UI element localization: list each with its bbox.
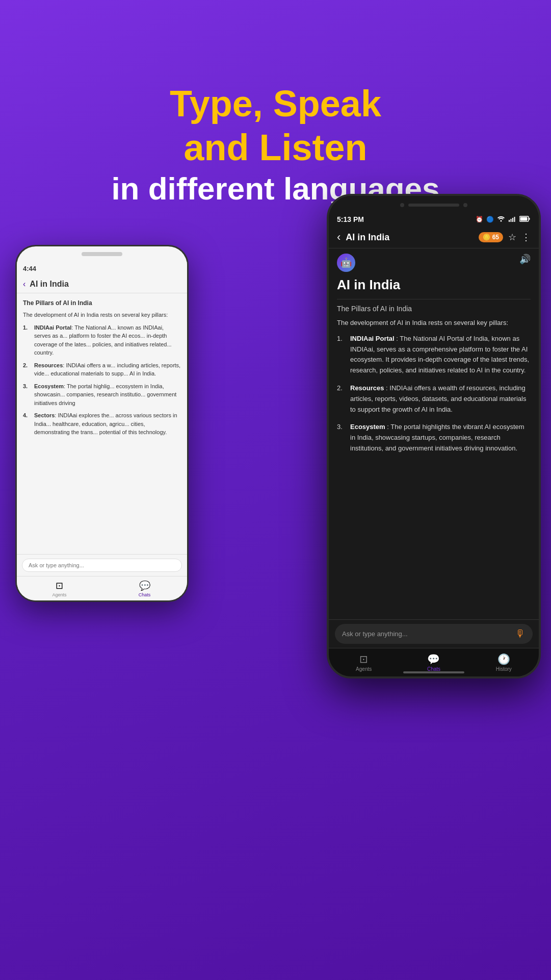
hero-line1: Type, Speak [0, 82, 551, 125]
fg-numbered-list: 1. INDIAai Portal : The National AI Port… [337, 334, 531, 454]
bg-chats-icon: 💬 [139, 580, 150, 591]
fg-list-content-3: Ecosystem : The portal highlights the vi… [350, 422, 531, 454]
fg-list-content-1: INDIAai Portal : The National AI Portal … [350, 334, 531, 376]
fg-chats-icon: 💬 [427, 653, 440, 665]
bg-chat-input[interactable] [22, 559, 182, 572]
hero-section: Type, Speak and Listen in different lang… [0, 0, 551, 208]
svg-rect-1 [509, 220, 510, 222]
fg-nav-history[interactable]: 🕐 History [469, 653, 539, 672]
fg-history-label: History [496, 666, 512, 672]
fg-signal-icon [508, 216, 516, 223]
bg-phone-screen: 4:44 ‹ AI in India The Pillars of AI in … [17, 262, 187, 600]
bg-list-text-3: Ecosystem: The portal highlig... ecosyst… [34, 382, 181, 408]
phone-background: 4:44 ‹ AI in India The Pillars of AI in … [15, 245, 189, 602]
fg-battery-icon [519, 216, 531, 223]
bg-list-num-1: 1. [23, 323, 31, 357]
bg-bold-3: Ecosystem [34, 383, 64, 389]
bg-list-num-3: 3. [23, 382, 31, 408]
svg-rect-2 [511, 219, 512, 222]
svg-rect-6 [529, 218, 530, 220]
bg-bold-1: INDIAai Portal [34, 324, 71, 331]
fg-back-arrow[interactable]: ‹ [337, 231, 340, 244]
bg-chat-body: The Pillars of AI in India The developme… [17, 293, 187, 446]
bg-app-header: ‹ AI in India [17, 275, 187, 293]
fg-wifi-icon [497, 216, 505, 223]
fg-sound-icon[interactable]: 🔊 [519, 254, 531, 265]
bg-bold-4: Sectors [34, 412, 55, 418]
bg-phone-notch [17, 246, 187, 262]
hero-line2: and Listen [0, 125, 551, 169]
fg-section-divider [337, 299, 531, 299]
fg-ai-bubble-row: 🤖 🔊 [329, 248, 539, 277]
bg-list-item-2: 2. Resources: INDIAai offers a w... incl… [23, 361, 181, 378]
bg-agents-icon: ⊡ [56, 580, 63, 591]
bg-chat-title: The Pillars of AI in India [23, 298, 181, 308]
phones-container: 4:44 ‹ AI in India The Pillars of AI in … [0, 194, 551, 980]
hero-title: Type, Speak and Listen in different lang… [0, 41, 551, 208]
bg-chats-label: Chats [139, 592, 151, 597]
fg-input-wrap[interactable]: Ask or type anything... 🎙 [335, 624, 533, 644]
fg-phone-notch [329, 196, 539, 214]
bg-header-title: AI in India [30, 280, 68, 289]
bg-intro-text: The development of AI in India rests on … [23, 311, 181, 319]
fg-header-actions: 🪙 65 ☆ ⋮ [479, 232, 531, 243]
fg-notch-dot2 [463, 203, 467, 207]
fg-more-icon[interactable]: ⋮ [521, 232, 531, 243]
fg-coin-badge: 🪙 65 [479, 232, 503, 242]
fg-mic-icon[interactable]: 🎙 [515, 628, 526, 640]
fg-notch-bar [408, 204, 459, 207]
fg-input-bar[interactable]: Ask or type anything... 🎙 [329, 619, 539, 648]
svg-rect-3 [512, 218, 513, 222]
fg-coin-count: 65 [492, 234, 499, 241]
fg-list-item-3: 3. Ecosystem : The portal highlights the… [337, 422, 531, 454]
fg-list-num-3: 3. [337, 422, 346, 454]
bg-list-text-1: INDIAai Portal: The National A... known … [34, 323, 181, 357]
fg-input-placeholder: Ask or type anything... [342, 630, 511, 638]
fg-agents-icon: ⊡ [359, 653, 368, 665]
bg-time: 4:44 [23, 265, 36, 272]
bg-back-arrow[interactable]: ‹ [23, 280, 25, 289]
fg-header-title: AI in India [346, 232, 473, 243]
fg-notch-dot1 [400, 203, 404, 207]
bg-nav-chats[interactable]: 💬 Chats [102, 580, 187, 597]
fg-ai-avatar: 🤖 [337, 254, 355, 272]
fg-intro-text: The development of AI in India rests on … [337, 318, 531, 329]
bg-status-bar: 4:44 [17, 262, 187, 275]
bg-list-item-3: 3. Ecosystem: The portal highlig... ecos… [23, 382, 181, 408]
svg-rect-7 [520, 217, 528, 220]
bg-input-bar[interactable] [17, 554, 187, 576]
bg-list-num-4: 4. [23, 411, 31, 437]
bg-list-num-2: 2. [23, 361, 31, 378]
phone-foreground: 5:13 PM ⏰ 🔵 [327, 194, 541, 679]
bg-nav-agents[interactable]: ⊡ Agents [17, 580, 102, 597]
fg-list-item-2: 2. Resources : INDIAai offers a wealth o… [337, 383, 531, 415]
fg-star-icon[interactable]: ☆ [508, 232, 516, 243]
bg-bottom-nav: ⊡ Agents 💬 Chats [17, 576, 187, 600]
bg-bold-2: Resources [34, 362, 63, 368]
fg-coin-emoji: 🪙 [483, 234, 490, 241]
fg-nav-chats[interactable]: 💬 Chats [399, 653, 468, 672]
bg-list-item-4: 4. Sectors: INDIAai explores the... acro… [23, 411, 181, 437]
fg-list-content-2: Resources : INDIAai offers a wealth of r… [350, 383, 531, 415]
fg-status-icons: ⏰ 🔵 [476, 216, 531, 223]
fg-history-icon: 🕐 [497, 653, 510, 665]
fg-chat-main-title: AI in India [337, 277, 531, 293]
bg-list-text-2: Resources: INDIAai offers a w... includi… [34, 361, 181, 378]
fg-chat-body: AI in India The Pillars of AI in India T… [329, 277, 539, 466]
fg-bluetooth-icon: 🔵 [486, 216, 494, 223]
fg-time: 5:13 PM [337, 215, 364, 223]
bg-phone-notch-camera [82, 252, 122, 256]
fg-list-num-1: 1. [337, 334, 346, 376]
bg-agents-label: Agents [52, 592, 66, 597]
fg-nav-agents[interactable]: ⊡ Agents [329, 653, 399, 672]
fg-alarm-icon: ⏰ [476, 216, 483, 223]
fg-app-header: ‹ AI in India 🪙 65 ☆ ⋮ [329, 227, 539, 248]
fg-home-indicator [403, 671, 464, 673]
svg-rect-4 [514, 217, 515, 222]
fg-list-item-1: 1. INDIAai Portal : The National AI Port… [337, 334, 531, 376]
fg-section-heading: The Pillars of AI in India [337, 305, 531, 313]
svg-point-0 [501, 220, 502, 221]
fg-status-bar: 5:13 PM ⏰ 🔵 [329, 214, 539, 227]
fg-bold-1: INDIAai Portal [350, 335, 395, 342]
bg-list-text-4: Sectors: INDIAai explores the... across … [34, 411, 181, 437]
